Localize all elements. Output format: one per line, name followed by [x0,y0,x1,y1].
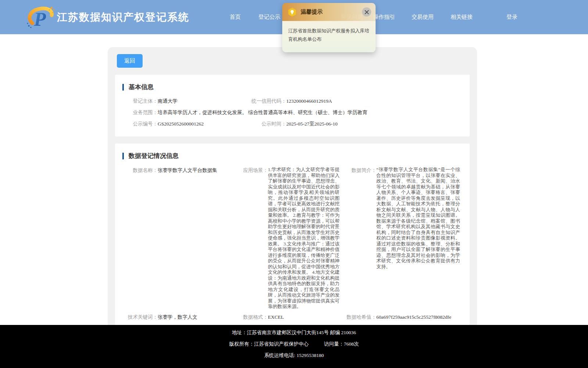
field-value: 1.学术研究：为人文研究学者等提供丰富的研究资源，帮助他们深入了解张謇的生平事迹… [268,167,344,309]
svg-text:P: P [33,8,46,30]
field-value: 60a697f259aac915c5c25527f8082dfe [376,314,451,321]
page-footer: 地址：江苏省南京市建邺区汉中门大街145号 邮编 210036 版权所有：江苏省… [0,325,588,368]
field-data-hash: 数据哈希值： 60a697f259aac915c5c25527f8082dfe [344,314,461,321]
tip-toast-title: 温馨提示 [301,8,323,15]
field-notice-no: 公示编号： GS2025052600001262 [125,120,246,127]
field-application-scenario: 应用场景： 1.学术研究：为人文研究学者等提供丰富的研究资源，帮助他们深入了解张… [236,167,344,309]
back-button[interactable]: 返回 [117,54,143,68]
field-label: 统一信用代码： [246,98,286,105]
field-value: EXCEL [268,314,284,321]
nav-item-gongshi[interactable]: 登记公示 [258,14,280,21]
hexagon-bulb-icon [287,7,297,17]
field-data-summary: 数据简介： “张謇学数字人文平台数据集”是一个综合性的知识管理平台，以张謇在实业… [344,167,461,309]
registration-info-card: 数据登记情况信息 数据名称： 张謇学数字人文平台数据集 应用场景： 1.学术研究… [115,144,470,325]
basic-info-title-row: 基本信息 [115,75,470,91]
section-bar-icon [122,153,124,159]
field-value: 南通大学 [158,98,178,105]
field-label: 数据格式： [236,314,268,321]
footer-visit-count: 访问量：7608次 [324,338,359,350]
registration-info-title-row: 数据登记情况信息 [115,144,470,160]
field-label: 技术关键词： [125,314,158,321]
field-data-format: 数据格式： EXCEL [236,314,344,321]
close-icon[interactable] [362,7,371,17]
field-credit-code: 统一信用代码： 12320000466012919A [246,98,460,105]
field-label: 数据哈希值： [344,314,376,321]
field-label: 登记主体： [125,98,158,105]
footer-copyright: 版权所有：江苏省知识产权保护中心 [229,338,309,350]
field-label: 公示时间： [246,120,286,127]
field-notice-time: 公示时间： 2025-05-27至2025-06-10 [246,120,460,127]
basic-info-title: 基本信息 [129,83,154,91]
field-data-name: 数据名称： 张謇学数字人文平台数据集 [125,167,236,309]
field-value: “张謇学数字人文平台数据集”是一个综合性的知识管理平台，以张謇在实业、政治、教育… [376,167,461,269]
field-value: GS2025052600001262 [158,120,204,127]
nav-item-guide[interactable]: 操作指引 [373,14,395,21]
tip-toast-header: 温馨提示 [282,3,376,21]
nav-item-links[interactable]: 相关链接 [451,14,473,21]
site-title: 江苏数据知识产权登记系统 [57,10,189,24]
brand-logo-icon: P [26,3,56,31]
field-label: 数据名称： [125,167,158,174]
field-value: 2025-05-27至2025-06-10 [286,120,337,127]
section-bar-icon [122,84,124,91]
nav-item-home[interactable]: 首页 [230,14,241,21]
registration-info-title: 数据登记情况信息 [129,152,179,160]
field-value: 12320000466012919A [286,98,332,105]
footer-address: 地址：江苏省南京市建邺区汉中门大街145号 邮编 210036 [0,327,588,338]
nav-item-trade[interactable]: 交易使用 [412,14,434,21]
field-keywords: 技术关键词： 张謇学，数字人文 [125,314,236,321]
field-label: 业务范围： [125,109,158,116]
tip-toast: 温馨提示 江苏省首批数据知识产权服务拟入库培育机构名单公布 [282,3,376,52]
field-label: 数据简介： [344,167,376,174]
field-registrant: 登记主体： 南通大学 [125,98,246,105]
field-value: 培养高等学历人才，促进科技文化发展。 综合性普通高等本科、研究生（硕士、博士）学… [158,109,367,116]
field-label: 应用场景： [236,167,268,174]
main-content-panel: 返回 基本信息 登记主体： 南通大学 统一信用代码： 1232000046601… [108,47,477,325]
brand-logo-link[interactable]: P [26,3,56,31]
basic-info-card: 基本信息 登记主体： 南通大学 统一信用代码： 1232000046601291… [115,75,470,137]
tip-toast-message: 江苏省首批数据知识产权服务拟入库培育机构名单公布 [282,21,376,52]
field-value: 张謇学，数字人文 [158,314,197,321]
footer-phone: 系统运维电话: 15295538180 [0,350,588,361]
field-business-scope: 业务范围： 培养高等学历人才，促进科技文化发展。 综合性普通高等本科、研究生（硕… [125,109,460,116]
field-label: 公示编号： [125,120,158,127]
login-link[interactable]: 登录 [506,14,517,21]
field-value: 张謇学数字人文平台数据集 [158,167,217,174]
